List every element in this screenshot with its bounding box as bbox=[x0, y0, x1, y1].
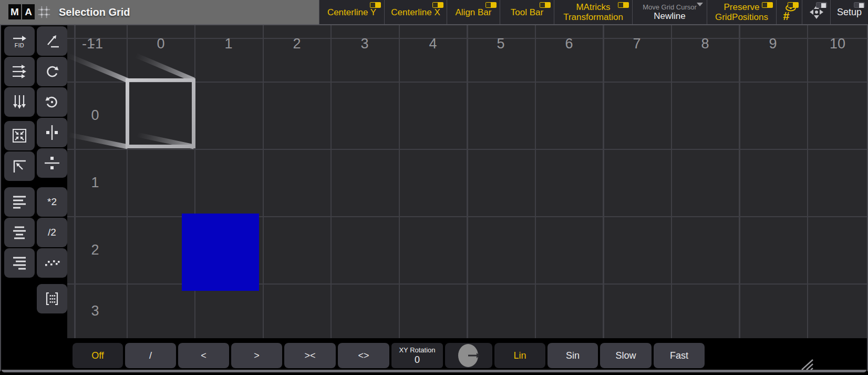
phaser-sin-button[interactable]: Sin bbox=[547, 343, 598, 368]
align-bar-label: Align Bar bbox=[456, 7, 492, 17]
align-left-icon bbox=[12, 195, 27, 209]
column-header: 7 bbox=[616, 35, 658, 53]
centerline-y-label: Centerline Y bbox=[327, 7, 376, 17]
phaser-fast-label: Fast bbox=[670, 350, 688, 361]
phaser-slow-label: Slow bbox=[615, 350, 636, 361]
rotate-angle-icon bbox=[44, 33, 60, 49]
phaser-lin-label: Lin bbox=[513, 350, 526, 361]
align-left-button[interactable] bbox=[4, 187, 35, 217]
rotary-knob-icon bbox=[456, 343, 481, 368]
align-right-button[interactable] bbox=[4, 248, 35, 278]
move-grid-cursor-value: Newline bbox=[654, 11, 685, 21]
arrange-rows-button[interactable] bbox=[4, 57, 35, 86]
wings-off-button[interactable]: Off bbox=[73, 343, 123, 368]
wings-inward-button[interactable]: >< bbox=[284, 343, 336, 368]
wings-left-label: < bbox=[201, 350, 206, 361]
divide-label: /2 bbox=[48, 227, 56, 238]
wings-off-label: Off bbox=[91, 350, 104, 361]
move-grid-cursor-label: Move Grid Cursor bbox=[643, 3, 697, 11]
rotate-cw-icon bbox=[44, 63, 60, 80]
multiply-spacing-button[interactable]: *2 bbox=[37, 187, 67, 217]
arrange-columns-button[interactable] bbox=[4, 87, 35, 117]
wings-outward-button[interactable]: <> bbox=[338, 343, 389, 368]
column-header: 5 bbox=[480, 35, 522, 53]
rotate-counterclockwise-button[interactable] bbox=[37, 87, 67, 117]
window-border-left bbox=[0, 25, 1, 371]
column-header: 3 bbox=[344, 35, 386, 53]
triangle-down-icon bbox=[697, 3, 703, 9]
matricks-label-line2: Transformation bbox=[563, 12, 623, 22]
fid-label: FID bbox=[15, 42, 24, 48]
toggle-indicator-icon bbox=[816, 2, 827, 8]
move-grid-cursor-dropdown[interactable]: Move Grid Cursor Newline bbox=[632, 0, 707, 24]
xy-rotation-value: 0 bbox=[415, 354, 420, 365]
phaser-slow-button[interactable]: Slow bbox=[600, 343, 652, 368]
selected-fixture-cell[interactable] bbox=[182, 214, 259, 291]
toggle-indicator-icon bbox=[788, 2, 799, 8]
fit-inward-icon bbox=[11, 127, 28, 144]
ma-logo: M A bbox=[8, 4, 35, 19]
xy-rotation-display[interactable]: XY Rotation 0 bbox=[391, 343, 443, 368]
move-grid-button[interactable] bbox=[802, 0, 830, 24]
align-bar-button[interactable]: Align Bar bbox=[447, 0, 500, 24]
compress-grid-button[interactable] bbox=[4, 121, 35, 150]
preserve-label-line1: Preserve bbox=[724, 2, 759, 12]
dots-random-icon bbox=[44, 257, 60, 269]
row-header: 1 bbox=[67, 174, 123, 191]
align-right-icon bbox=[12, 256, 27, 270]
column-header: 0 bbox=[140, 35, 182, 53]
toggle-indicator-icon bbox=[432, 2, 443, 8]
corner-arrow-icon bbox=[11, 158, 28, 175]
toggle-indicator-icon bbox=[854, 2, 865, 8]
xy-rotation-knob[interactable] bbox=[445, 343, 492, 368]
preserve-gridpositions-button[interactable]: Preserve GridPositions bbox=[707, 0, 776, 24]
arrows-down-triple-icon bbox=[12, 94, 27, 110]
phaser-sin-label: Sin bbox=[566, 350, 580, 361]
column-header: 10 bbox=[817, 35, 859, 53]
align-center-button[interactable] bbox=[4, 218, 35, 247]
matricks-transformation-button[interactable]: MAtricks Transformation bbox=[554, 0, 632, 24]
resize-grip[interactable] bbox=[798, 357, 814, 371]
toggle-indicator-icon bbox=[485, 2, 497, 8]
tool-bar-label: Tool Bar bbox=[511, 7, 543, 17]
wings-slash-button[interactable]: / bbox=[125, 343, 176, 368]
toggle-indicator-icon bbox=[618, 2, 629, 8]
window-title-zone[interactable]: M A Selection Grid bbox=[0, 0, 319, 24]
preserve-label-line2: GridPositions bbox=[715, 12, 768, 22]
rotate-angle-button[interactable] bbox=[37, 26, 67, 56]
phaser-lin-button[interactable]: Lin bbox=[494, 343, 545, 368]
divide-spacing-button[interactable]: /2 bbox=[37, 218, 67, 247]
mirror-vertical-button[interactable] bbox=[37, 148, 67, 178]
rotate-clockwise-button[interactable] bbox=[37, 57, 67, 86]
wings-left-button[interactable]: < bbox=[178, 343, 229, 368]
randomize-button[interactable] bbox=[37, 248, 67, 278]
row-header: 2 bbox=[67, 241, 123, 259]
align-center-icon bbox=[12, 225, 27, 240]
mirror-horizontal-button[interactable] bbox=[37, 118, 67, 147]
matrix-brackets-icon bbox=[43, 290, 61, 307]
wings-right-button[interactable]: > bbox=[231, 343, 282, 368]
toggle-indicator-icon bbox=[762, 2, 773, 8]
matrix-button[interactable] bbox=[37, 284, 67, 313]
centerline-y-button[interactable]: Centerline Y bbox=[319, 0, 384, 24]
centerline-x-label: Centerline X bbox=[391, 7, 440, 17]
fid-order-button[interactable]: FID bbox=[4, 26, 35, 56]
tool-bar-button[interactable]: Tool Bar bbox=[500, 0, 554, 24]
wings-right-label: > bbox=[254, 350, 260, 361]
mirror-horizontal-icon bbox=[43, 124, 61, 141]
xy-rotation-label: XY Rotation bbox=[399, 346, 435, 354]
arrows-right-triple-icon bbox=[11, 64, 28, 79]
grid-numbers-visibility-button[interactable]: # bbox=[776, 0, 802, 24]
selection-grid-window: -1 0 1 2 3 4 5 6 7 8 9 10 -1 0 1 2 3 bbox=[0, 0, 868, 375]
phaser-fast-button[interactable]: Fast bbox=[654, 343, 705, 368]
centerline-x-button[interactable]: Centerline X bbox=[384, 0, 447, 24]
selection-grid-surface[interactable]: -1 0 1 2 3 4 5 6 7 8 9 10 -1 0 1 2 3 bbox=[67, 25, 868, 338]
matricks-label-line1: MAtricks bbox=[576, 2, 610, 12]
column-header: 4 bbox=[412, 35, 454, 53]
title-bar: M A Selection Grid Centerli bbox=[0, 0, 868, 25]
move-to-origin-button[interactable] bbox=[4, 151, 35, 181]
setup-button[interactable]: Setup bbox=[830, 0, 868, 24]
svg-text:#: # bbox=[783, 9, 790, 22]
multiply-label: *2 bbox=[47, 196, 57, 208]
column-header: 6 bbox=[548, 35, 590, 53]
